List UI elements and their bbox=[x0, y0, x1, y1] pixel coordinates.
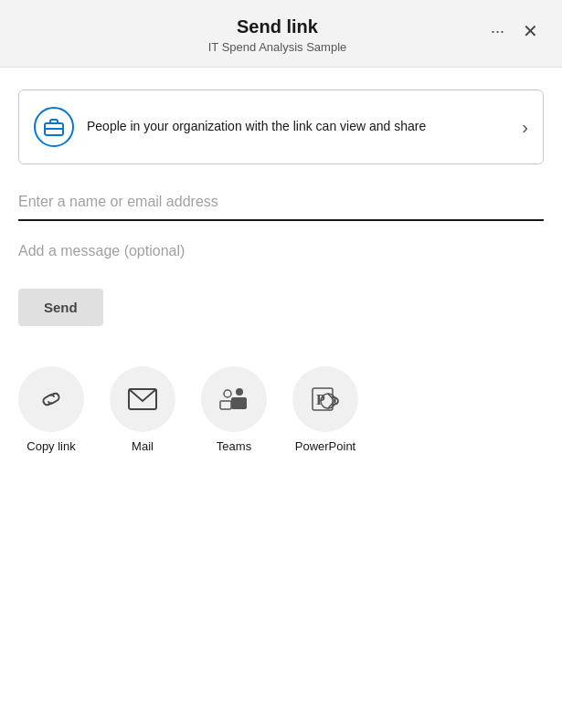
teams-icon bbox=[217, 385, 250, 414]
mail-icon-circle bbox=[110, 366, 175, 432]
dialog-title: Send link bbox=[69, 15, 485, 38]
message-section: Add a message (optional) bbox=[18, 243, 544, 259]
message-label: Add a message (optional) bbox=[18, 243, 544, 259]
powerpoint-icon: P bbox=[309, 385, 342, 414]
svg-text:P: P bbox=[316, 392, 325, 407]
teams-label: Teams bbox=[217, 439, 251, 453]
dialog-header: Send link IT Spend Analysis Sample ··· ✕ bbox=[0, 0, 562, 68]
more-options-button[interactable]: ··· bbox=[485, 19, 510, 43]
powerpoint-label: PowerPoint bbox=[295, 439, 355, 453]
mail-icon bbox=[127, 387, 158, 411]
chevron-right-icon: › bbox=[522, 117, 528, 138]
name-email-input[interactable] bbox=[18, 190, 544, 214]
permission-icon-wrap bbox=[34, 107, 74, 147]
copy-link-icon-circle bbox=[18, 366, 84, 432]
copy-link-icon bbox=[37, 385, 66, 414]
svg-point-4 bbox=[224, 390, 231, 397]
mail-label: Mail bbox=[132, 439, 154, 453]
svg-point-3 bbox=[236, 388, 243, 396]
mail-option[interactable]: Mail bbox=[110, 366, 175, 453]
send-link-dialog: Send link IT Spend Analysis Sample ··· ✕… bbox=[0, 0, 562, 728]
send-button[interactable]: Send bbox=[18, 289, 103, 326]
briefcase-icon bbox=[43, 117, 65, 137]
header-title-group: Send link IT Spend Analysis Sample bbox=[69, 15, 485, 54]
share-options: Copy link Mail bbox=[18, 359, 544, 453]
permission-box[interactable]: People in your organization with the lin… bbox=[18, 90, 544, 164]
close-button[interactable]: ✕ bbox=[517, 18, 544, 44]
header-actions: ··· ✕ bbox=[485, 15, 544, 44]
powerpoint-option[interactable]: P PowerPoint bbox=[292, 366, 358, 453]
teams-option[interactable]: Teams bbox=[201, 366, 267, 453]
copy-link-label: Copy link bbox=[27, 439, 75, 453]
powerpoint-icon-circle: P bbox=[292, 366, 358, 432]
dialog-subtitle: IT Spend Analysis Sample bbox=[69, 40, 485, 54]
dialog-content: People in your organization with the lin… bbox=[0, 68, 562, 471]
copy-link-option[interactable]: Copy link bbox=[18, 366, 84, 453]
teams-icon-circle bbox=[201, 366, 267, 432]
permission-text: People in your organization with the lin… bbox=[87, 118, 514, 136]
name-email-section bbox=[18, 190, 544, 221]
